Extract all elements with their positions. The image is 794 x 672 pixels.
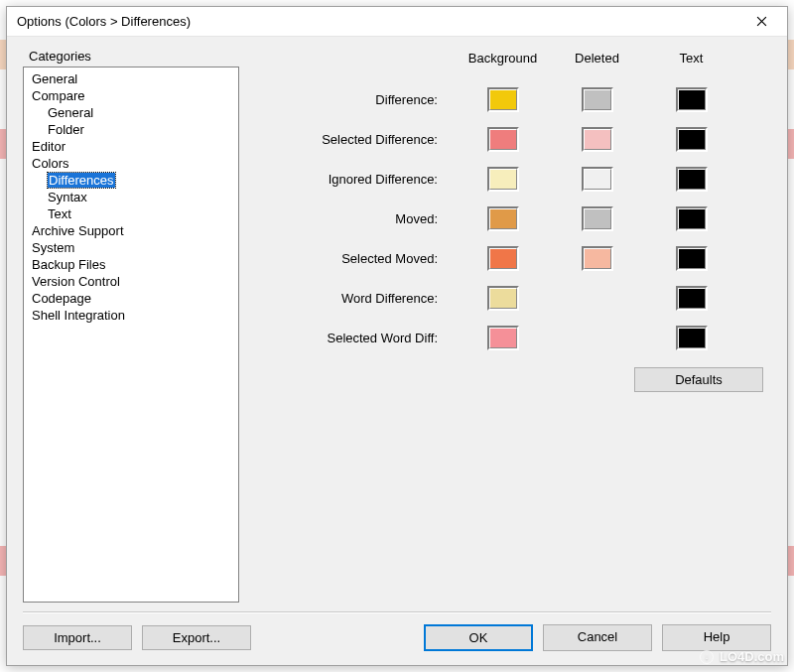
swatch-text[interactable] [676,326,708,350]
category-item-label: Syntax [48,190,87,204]
category-item-label: Folder [48,122,84,137]
color-row: Moved: [257,199,771,238]
color-settings-panel: Background Deleted Text Difference:Selec… [257,49,771,603]
swatch-deleted[interactable] [582,206,613,231]
category-item-label: Differences [48,173,115,188]
category-item[interactable]: Archive Support [26,222,236,239]
swatch-deleted[interactable] [582,246,613,271]
window-title: Options (Colors > Differences) [17,14,745,29]
category-item-label: System [32,240,74,255]
separator [23,611,771,613]
category-item[interactable]: Editor [26,138,236,155]
close-icon [756,16,767,27]
category-item[interactable]: Backup Files [26,256,236,273]
color-row: Selected Moved: [257,238,771,278]
cancel-button[interactable]: Cancel [543,624,652,651]
categories-listbox[interactable]: GeneralCompareGeneralFolderEditorColorsD… [23,67,239,603]
swatch-background[interactable] [487,127,519,152]
dialog-body: Categories GeneralCompareGeneralFolderEd… [7,37,787,665]
color-row-label: Selected Word Diff: [257,331,456,345]
category-item[interactable]: Compare [26,87,236,104]
color-row: Ignored Difference: [257,159,771,199]
category-item[interactable]: Shell Integration [26,307,236,324]
category-item-label: Compare [32,88,84,103]
color-row-label: Selected Moved: [257,251,456,266]
swatch-background[interactable] [487,286,519,311]
swatch-text[interactable] [676,206,708,231]
category-item[interactable]: Text [26,205,236,222]
swatch-deleted[interactable] [582,87,613,112]
color-row-label: Selected Difference: [257,132,456,147]
category-item[interactable]: Syntax [26,189,236,205]
watermark: ↓ LO4D.com [700,649,784,664]
options-dialog: Options (Colors > Differences) Categorie… [6,6,788,666]
category-item-label: General [48,105,93,120]
categories-label: Categories [29,49,239,64]
category-item-label: Backup Files [32,257,105,272]
color-row: Selected Difference: [257,119,771,159]
category-item-label: Archive Support [32,223,124,238]
color-row-label: Ignored Difference: [257,172,456,187]
category-item[interactable]: System [26,239,236,256]
swatch-text[interactable] [676,286,708,311]
category-item-label: Codepage [32,291,91,306]
category-item-label: Editor [32,139,66,154]
swatch-text[interactable] [676,127,708,152]
watermark-icon: ↓ [700,650,714,664]
defaults-button[interactable]: Defaults [634,367,763,392]
export-button[interactable]: Export... [142,625,251,650]
col-header-background: Background [456,51,550,66]
swatch-deleted[interactable] [582,167,613,192]
watermark-text: LO4D.com [720,649,784,664]
category-item[interactable]: Colors [26,155,236,172]
help-button[interactable]: Help [662,624,771,651]
ok-button[interactable]: OK [424,624,533,651]
color-row-label: Moved: [257,211,456,226]
column-headers: Background Deleted Text [257,51,771,66]
swatch-background[interactable] [487,246,519,271]
swatch-text[interactable] [676,246,708,271]
swatch-background[interactable] [487,206,519,231]
swatch-deleted[interactable] [582,127,613,152]
category-item-label: Shell Integration [32,308,125,323]
category-item-label: Version Control [32,274,120,289]
category-item[interactable]: General [26,70,236,87]
swatch-background[interactable] [487,326,519,350]
category-item[interactable]: Differences [26,172,236,189]
swatch-background[interactable] [487,167,519,192]
dialog-footer: Import... Export... OK Cancel Help [23,624,771,651]
import-button[interactable]: Import... [23,625,132,650]
color-row-label: Difference: [257,92,456,107]
category-item[interactable]: Folder [26,121,236,138]
category-item-label: Text [48,206,71,221]
col-header-text: Text [644,51,738,66]
category-item[interactable]: General [26,104,236,121]
color-row: Selected Word Diff: [257,318,771,357]
category-item[interactable]: Version Control [26,273,236,290]
swatch-background[interactable] [487,87,519,112]
close-button[interactable] [745,10,777,34]
category-item[interactable]: Codepage [26,290,236,307]
categories-panel: Categories GeneralCompareGeneralFolderEd… [23,49,239,603]
category-item-label: Colors [32,156,69,171]
titlebar: Options (Colors > Differences) [7,7,787,37]
col-header-deleted: Deleted [550,51,644,66]
category-item-label: General [32,71,77,86]
color-row-label: Word Difference: [257,291,456,306]
color-row: Difference: [257,79,771,119]
color-row: Word Difference: [257,278,771,318]
swatch-text[interactable] [676,167,708,192]
swatch-text[interactable] [676,87,708,112]
